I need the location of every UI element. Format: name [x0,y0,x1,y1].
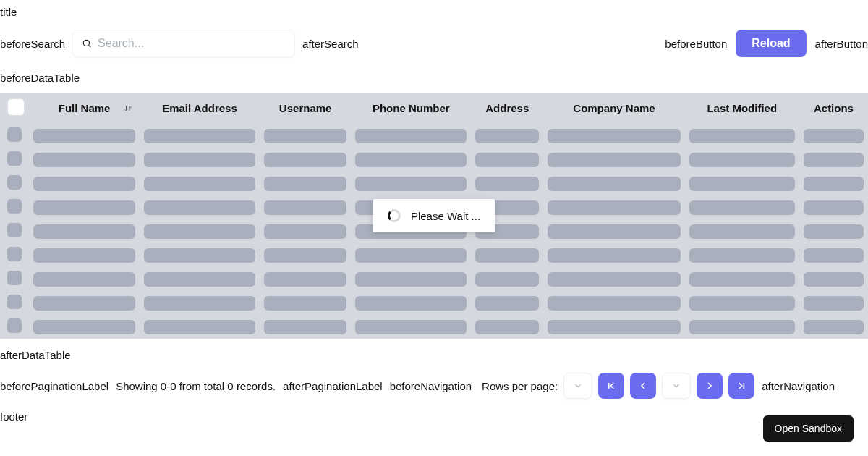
skeleton-cell [548,200,680,215]
skeleton-cell [264,129,347,143]
select-all-checkbox[interactable] [7,98,25,116]
table-row [0,291,868,315]
loading-text: Please Wait ... [411,210,480,222]
chevron-right-icon [704,380,715,392]
slot-after-datatable: afterDataTable [0,349,71,361]
slot-before-search: beforeSearch [0,38,65,50]
skeleton-cell [264,320,347,334]
reload-button[interactable]: Reload [736,30,806,57]
skeleton-cell [264,272,347,287]
skeleton-cell [475,129,539,143]
skeleton-cell [33,177,135,191]
skeleton-cell [689,248,795,263]
table-row [0,172,868,195]
header-actions: Actions [799,93,868,124]
skeleton-cell [804,224,864,239]
skeleton-cell [264,177,347,191]
title-slot: title [0,6,17,18]
skeleton-cell [33,296,135,311]
spinner-icon [388,209,401,222]
header-email[interactable]: Email Address [140,93,260,124]
skeleton-cell [264,200,347,215]
skeleton-cell [33,200,135,215]
table-row [0,124,868,148]
skeleton-cell [33,248,135,263]
skeleton-cell [355,320,467,334]
skeleton-cell [689,320,795,334]
skeleton-cell [144,296,255,311]
skeleton-cell [7,151,22,166]
skeleton-cell [804,296,864,311]
skeleton-cell [804,177,864,191]
pagination-bar: beforePaginationLabel Showing 0-0 from t… [0,366,868,406]
svg-point-0 [83,40,89,46]
svg-line-1 [89,46,91,48]
skeleton-cell [475,153,539,167]
search-box[interactable] [72,30,295,57]
table-row [0,267,868,291]
skeleton-cell [548,153,680,167]
header-address[interactable]: Address [471,93,543,124]
chevron-down-icon [573,381,583,391]
table-row [0,243,868,267]
skeleton-cell [804,248,864,263]
sort-icon [124,104,132,113]
rows-per-page-label: Rows per page: [482,380,558,392]
table-header-row: Full Name Email Address Username Phone N… [0,93,868,124]
skeleton-cell [355,272,467,287]
prev-page-button[interactable] [630,373,656,399]
header-checkbox-cell [0,93,29,124]
open-sandbox-button[interactable]: Open Sandbox [763,415,854,442]
table-row [0,148,868,172]
skeleton-cell [7,295,22,309]
skeleton-cell [475,248,539,263]
skeleton-cell [144,200,255,215]
skeleton-cell [548,296,680,311]
skeleton-cell [33,272,135,287]
skeleton-cell [689,224,795,239]
next-page-button[interactable] [697,373,723,399]
chevron-first-icon [605,380,617,392]
skeleton-cell [33,320,135,334]
header-modified[interactable]: Last Modified [685,93,799,124]
skeleton-cell [689,129,795,143]
skeleton-cell [689,200,795,215]
skeleton-cell [548,272,680,287]
data-table: Full Name Email Address Username Phone N… [0,93,868,339]
skeleton-cell [475,320,539,334]
chevron-last-icon [736,380,747,392]
rows-per-page-select[interactable] [563,373,592,399]
first-page-button[interactable] [598,373,624,399]
loading-overlay: Please Wait ... [373,199,495,232]
skeleton-cell [7,318,22,333]
skeleton-cell [548,248,680,263]
skeleton-cell [355,177,467,191]
skeleton-cell [804,153,864,167]
skeleton-cell [689,272,795,287]
skeleton-cell [33,153,135,167]
slot-footer: footer [0,410,27,423]
header-username[interactable]: Username [260,93,352,124]
slot-before-button: beforeButton [665,38,727,50]
skeleton-cell [548,129,680,143]
skeleton-cell [7,175,22,190]
chevron-down-icon [671,381,681,391]
skeleton-cell [7,199,22,214]
search-icon [82,38,92,48]
skeleton-cell [355,153,467,167]
slot-after-search: afterSearch [302,38,359,50]
header-full-name[interactable]: Full Name [29,93,140,124]
header-phone[interactable]: Phone Number [351,93,471,124]
skeleton-cell [355,129,467,143]
page-select[interactable] [662,373,691,399]
skeleton-cell [144,272,255,287]
skeleton-cell [264,248,347,263]
header-company[interactable]: Company Name [543,93,684,124]
skeleton-cell [264,153,347,167]
last-page-button[interactable] [728,373,754,399]
table-row [0,315,868,339]
pagination-label: Showing 0-0 from total 0 records. [116,380,276,392]
skeleton-cell [7,127,22,142]
search-input[interactable] [98,37,286,50]
skeleton-cell [548,320,680,334]
